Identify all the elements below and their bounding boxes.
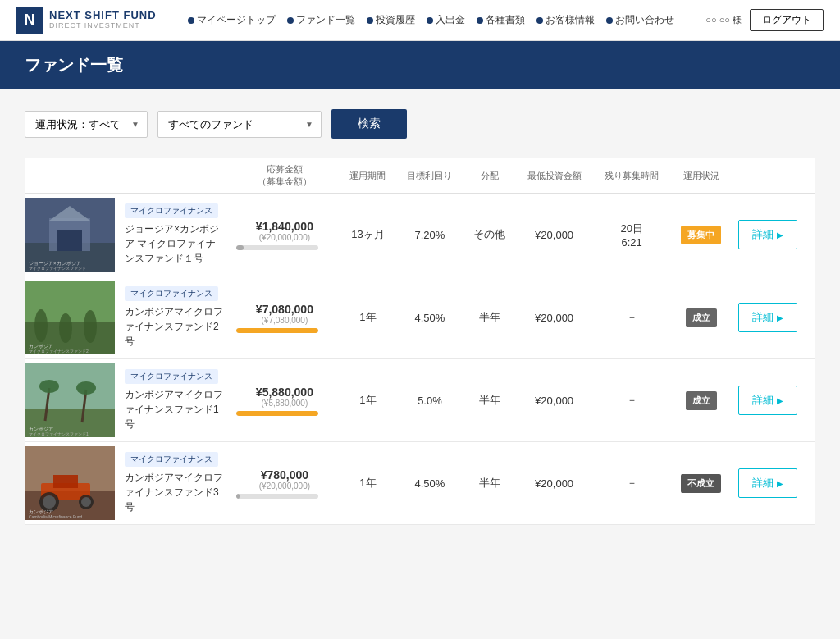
status-filter-wrapper: 運用状況：すべて募集中成立不成立 (25, 111, 148, 138)
detail-label: 詳細 (752, 310, 774, 325)
fund-detail-button[interactable]: 詳細 ▶ (738, 220, 797, 249)
svg-rect-28 (53, 475, 78, 488)
fund-detail-button[interactable]: 詳細 ▶ (738, 386, 797, 415)
fund-progress-fill (236, 245, 244, 250)
nav-deposit[interactable]: 入出金 (427, 14, 465, 26)
fund-name-cell: マイクロファイナンス カンボジアマイクロファイナンスファンド1号 (115, 359, 230, 442)
fund-status-badge: 不成立 (681, 474, 721, 493)
fund-progress-bar (236, 494, 318, 499)
svg-point-10 (34, 309, 48, 342)
fund-min-investment: ¥20,000 (515, 442, 593, 525)
fund-table: 応募金額 （募集金額） 運用期間 目標利回り 分配 最低投資金額 残り募集時間 … (25, 158, 815, 525)
svg-point-21 (76, 381, 96, 395)
brand-name-top: NEXT SHIFT FUND (49, 10, 157, 21)
logout-button[interactable]: ログアウト (750, 9, 824, 31)
nav-contact[interactable]: お問い合わせ (606, 14, 674, 26)
page-title-bar: ファンド一覧 (0, 41, 840, 89)
fund-progress-fill (236, 494, 240, 499)
fund-progress-bar (236, 411, 318, 416)
svg-rect-4 (57, 230, 82, 251)
svg-text:Cambodia Microfinance Fund: Cambodia Microfinance Fund (29, 514, 83, 519)
fund-filter[interactable]: すべてのファンド (158, 111, 322, 138)
fund-period: 1年 (340, 359, 396, 442)
status-filter[interactable]: 運用状況：すべて募集中成立不成立 (25, 111, 148, 138)
detail-arrow-icon: ▶ (777, 396, 783, 405)
fund-amount-target: (¥5,880,000) (236, 399, 333, 408)
detail-arrow-icon: ▶ (777, 230, 783, 240)
fund-category: マイクロファイナンス (125, 286, 218, 301)
fund-target-return: 4.50% (396, 276, 463, 359)
fund-thumbnail: カンボジア マイクロファイナンスファンド1 (25, 363, 115, 437)
fund-row: カンボジア Cambodia Microfinance Fund マイクロファイ… (25, 442, 815, 525)
nav-dot (367, 17, 373, 24)
fund-min-investment: ¥20,000 (515, 359, 593, 442)
fund-name-cell: マイクロファイナンス カンボジアマイクロファイナンスファンド3号 (115, 442, 230, 525)
svg-point-12 (84, 310, 97, 343)
th-remaining-time: 残り募集時間 (593, 158, 671, 194)
fund-target-return: 5.0% (396, 359, 463, 442)
logo: N NEXT SHIFT FUND DIRECT INVESTMENT (16, 7, 157, 34)
fund-row: カンボジア マイクロファイナンスファンド1 マイクロファイナンス カンボジアマイ… (25, 359, 815, 442)
nav-fund-list[interactable]: ファンド一覧 (287, 14, 355, 26)
fund-detail-button[interactable]: 詳細 ▶ (738, 468, 797, 498)
th-period: 運用期間 (340, 158, 396, 194)
fund-amount: ¥7,080,000 (236, 303, 333, 316)
fund-status-badge: 成立 (686, 391, 717, 410)
fund-period: 13ヶ月 (340, 194, 396, 276)
nav-my-page-top[interactable]: マイページトップ (188, 14, 276, 26)
fund-status-cell: 募集中 (670, 194, 732, 276)
fund-category: マイクロファイナンス (125, 452, 218, 467)
logo-icon: N (16, 7, 43, 34)
fund-detail-button[interactable]: 詳細 ▶ (738, 303, 797, 332)
fund-distribution: 半年 (463, 442, 515, 525)
header-user: ○○ ○○ 様 ログアウト (705, 9, 824, 31)
th-amount: 応募金額 （募集金額） (230, 158, 340, 194)
fund-thumbnail: カンボジア Cambodia Microfinance Fund (25, 446, 115, 520)
svg-point-11 (59, 313, 72, 343)
svg-text:マイクロファイナンスファンド: マイクロファイナンスファンド (29, 266, 86, 271)
fund-min-investment: ¥20,000 (515, 194, 593, 276)
fund-distribution: その他 (463, 194, 515, 276)
fund-status-cell: 不成立 (670, 442, 732, 525)
fund-amount-cell: ¥7,080,000 (¥7,080,000) (230, 276, 340, 359)
fund-row: ジョージア×カンボジア マイクロファイナンスファンド マイクロファイナンス ジョ… (25, 194, 815, 276)
fund-amount-target: (¥20,000,000) (236, 482, 333, 491)
th-thumbnail (25, 158, 115, 194)
fund-filter-wrapper: すべてのファンド (158, 111, 322, 138)
fund-detail-cell: 詳細 ▶ (732, 276, 815, 359)
filter-row: 運用状況：すべて募集中成立不成立 すべてのファンド 検索 (25, 109, 815, 139)
fund-progress-bar (236, 328, 318, 333)
svg-point-19 (39, 380, 59, 393)
fund-amount: ¥780,000 (236, 468, 333, 482)
th-distribution: 分配 (463, 158, 515, 194)
th-target-return: 目標利回り (396, 158, 463, 194)
fund-name: カンボジアマイクロファイナンスファンド3号 (125, 472, 223, 513)
main-content: 運用状況：すべて募集中成立不成立 すべてのファンド 検索 応募金額 （募集金額）… (0, 89, 840, 630)
detail-label: 詳細 (752, 476, 774, 491)
fund-remaining-time: － (593, 359, 671, 442)
fund-thumbnail: カンボジア マイクロファイナンスファンド2 (25, 281, 115, 354)
nav-investment-history[interactable]: 投資履歴 (367, 14, 415, 26)
nav-dot (606, 17, 613, 24)
svg-text:マイクロファイナンスファンド1: マイクロファイナンスファンド1 (29, 431, 89, 436)
fund-category: マイクロファイナンス (125, 369, 218, 384)
fund-category: マイクロファイナンス (125, 203, 218, 218)
fund-distribution: 半年 (463, 276, 515, 359)
svg-text:マイクロファイナンスファンド2: マイクロファイナンスファンド2 (29, 349, 89, 354)
nav-dot (287, 17, 294, 24)
fund-name: カンボジアマイクロファイナンスファンド1号 (125, 389, 223, 430)
fund-min-investment: ¥20,000 (515, 276, 593, 359)
search-button[interactable]: 検索 (331, 109, 407, 139)
nav-documents[interactable]: 各種書類 (477, 14, 525, 26)
user-name: ○○ ○○ 様 (705, 14, 742, 26)
fund-thumbnail-cell: ジョージア×カンボジア マイクロファイナンスファンド (25, 194, 115, 276)
th-fund-name (115, 158, 230, 194)
fund-thumbnail-cell: カンボジア マイクロファイナンスファンド1 (25, 359, 115, 442)
nav-dot (427, 17, 433, 24)
fund-period: 1年 (340, 276, 396, 359)
nav-customer-info[interactable]: お客様情報 (536, 14, 595, 26)
fund-name-cell: マイクロファイナンス ジョージア×カンボジア マイクロファイナンスファンド１号 (115, 194, 230, 276)
fund-amount: ¥5,880,000 (236, 386, 333, 399)
detail-label: 詳細 (752, 227, 774, 242)
fund-amount: ¥1,840,000 (236, 220, 333, 233)
